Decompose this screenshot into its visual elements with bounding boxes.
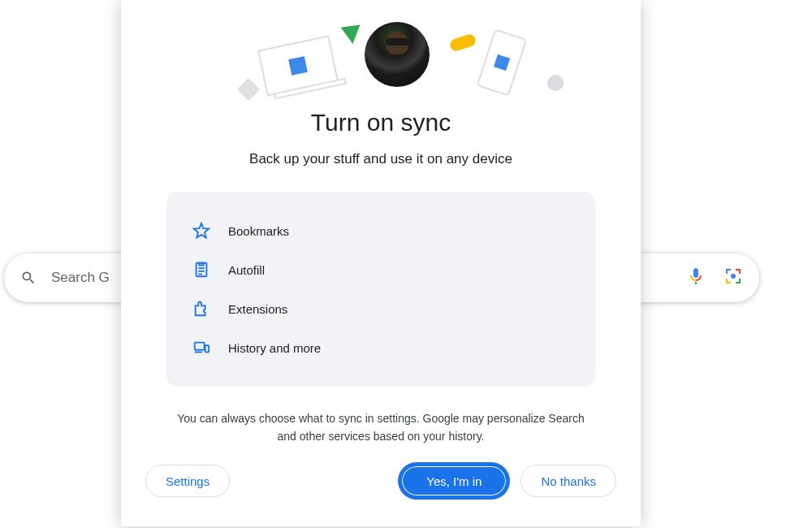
feature-extensions: Extensions <box>192 289 569 328</box>
decorative-pill-icon <box>448 32 477 52</box>
svg-rect-5 <box>726 279 728 283</box>
feature-card: Bookmarks Autofill Extensions History an… <box>166 192 595 387</box>
settings-button[interactable]: Settings <box>145 465 230 497</box>
decorative-triangle-icon <box>341 24 363 45</box>
disclaimer-text: You can always choose what to sync in se… <box>168 409 594 446</box>
feature-autofill: Autofill <box>192 250 569 289</box>
decorative-phone-icon <box>477 28 528 96</box>
svg-point-8 <box>731 274 736 279</box>
voice-search-icon[interactable] <box>686 266 706 289</box>
svg-rect-15 <box>205 345 209 352</box>
feature-label: History and more <box>228 341 321 355</box>
puzzle-icon <box>192 300 210 318</box>
star-icon <box>192 222 210 240</box>
decorative-circle-icon <box>547 75 564 91</box>
feature-label: Autofill <box>228 263 265 277</box>
avatar <box>365 22 430 87</box>
svg-rect-13 <box>195 343 205 350</box>
confirm-button[interactable]: Yes, I'm in <box>400 465 508 497</box>
modal-subtitle: Back up your stuff and use it on any dev… <box>249 151 512 167</box>
svg-rect-7 <box>739 279 741 283</box>
button-row: Settings Yes, I'm in No thanks <box>121 465 641 497</box>
decorative-square-icon <box>237 78 260 101</box>
modal-title: Turn on sync <box>311 109 451 136</box>
feature-bookmarks: Bookmarks <box>192 211 569 250</box>
svg-rect-1 <box>726 269 728 274</box>
decline-button[interactable]: No thanks <box>520 465 616 497</box>
hero-illustration <box>178 8 584 97</box>
svg-rect-3 <box>739 269 741 274</box>
lens-icon[interactable] <box>723 266 743 289</box>
sync-modal: Turn on sync Back up your stuff and use … <box>121 0 641 526</box>
feature-label: Extensions <box>228 302 287 316</box>
clipboard-icon <box>192 261 210 279</box>
feature-history: History and more <box>192 328 569 367</box>
feature-label: Bookmarks <box>228 224 289 238</box>
devices-icon <box>192 339 210 357</box>
search-icon <box>20 270 37 286</box>
